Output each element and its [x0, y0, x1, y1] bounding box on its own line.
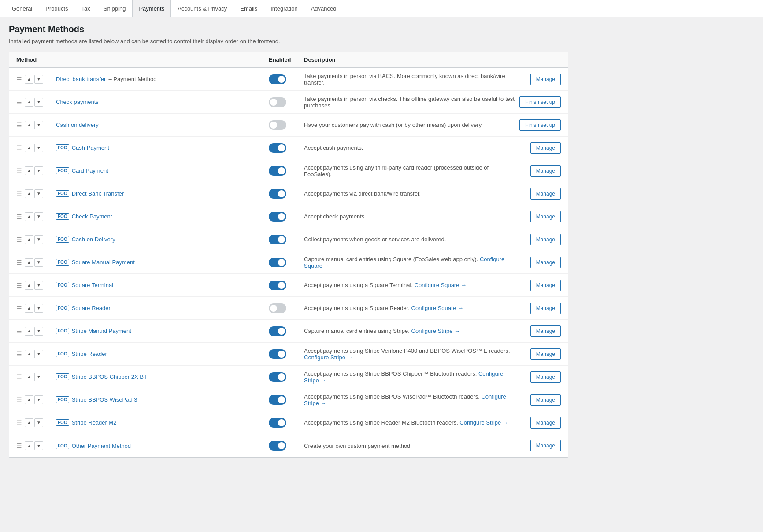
drag-handle[interactable]: ☰: [16, 122, 22, 129]
tab-tax[interactable]: Tax: [75, 0, 97, 17]
toggle-switch[interactable]: [269, 395, 286, 405]
tab-payments[interactable]: Payments: [132, 0, 171, 17]
manage-button[interactable]: Manage: [530, 74, 561, 85]
manage-button[interactable]: Manage: [530, 371, 561, 383]
arrow-down-button[interactable]: ▼: [34, 121, 43, 129]
config-link[interactable]: Configure Stripe →: [304, 354, 353, 361]
arrow-down-button[interactable]: ▼: [34, 189, 43, 198]
drag-handle[interactable]: ☰: [16, 305, 22, 312]
toggle-switch[interactable]: [269, 418, 286, 428]
config-link[interactable]: Configure Stripe →: [411, 328, 460, 334]
method-name-link[interactable]: Stripe BBPOS WisePad 3: [72, 396, 137, 403]
method-name-link[interactable]: Other Payment Method: [72, 443, 131, 449]
arrow-down-button[interactable]: ▼: [34, 350, 43, 358]
manage-button[interactable]: Manage: [530, 142, 561, 154]
arrow-up-button[interactable]: ▲: [25, 304, 33, 313]
drag-handle[interactable]: ☰: [16, 144, 22, 151]
tab-integration[interactable]: Integration: [264, 0, 304, 17]
drag-handle[interactable]: ☰: [16, 442, 22, 449]
arrow-up-button[interactable]: ▲: [25, 395, 33, 404]
toggle-switch[interactable]: [269, 189, 286, 199]
method-name-link[interactable]: Square Terminal: [72, 282, 113, 288]
config-link[interactable]: Configure Stripe →: [304, 370, 503, 384]
config-link[interactable]: Configure Square →: [415, 282, 467, 288]
manage-button[interactable]: Manage: [530, 211, 561, 222]
toggle-switch[interactable]: [269, 235, 286, 244]
config-link[interactable]: Configure Stripe →: [459, 419, 508, 426]
manage-button[interactable]: Manage: [530, 165, 561, 177]
method-name-link[interactable]: Square Manual Payment: [72, 259, 135, 266]
manage-button[interactable]: Manage: [530, 303, 561, 314]
method-name-link[interactable]: Cash on delivery: [56, 122, 99, 128]
arrow-down-button[interactable]: ▼: [34, 327, 43, 336]
arrow-down-button[interactable]: ▼: [34, 258, 43, 267]
arrow-down-button[interactable]: ▼: [34, 212, 43, 221]
drag-handle[interactable]: ☰: [16, 396, 22, 403]
arrow-down-button[interactable]: ▼: [34, 418, 43, 427]
method-name-link[interactable]: Stripe BBPOS Chipper 2X BT: [72, 373, 147, 380]
drag-handle[interactable]: ☰: [16, 213, 22, 220]
toggle-switch[interactable]: [269, 326, 286, 336]
finish-setup-button[interactable]: Finish set up: [519, 96, 561, 108]
arrow-down-button[interactable]: ▼: [34, 166, 43, 175]
method-name-link[interactable]: Stripe Reader M2: [72, 419, 117, 426]
method-name-link[interactable]: Stripe Manual Payment: [72, 328, 131, 334]
manage-button[interactable]: Manage: [530, 348, 561, 360]
config-link[interactable]: Configure Square →: [304, 256, 504, 269]
toggle-switch[interactable]: [269, 166, 286, 176]
method-name-link[interactable]: Check payments: [56, 99, 99, 105]
arrow-down-button[interactable]: ▼: [34, 304, 43, 313]
tab-advanced[interactable]: Advanced: [304, 0, 343, 17]
method-name-link[interactable]: Cash on Delivery: [72, 236, 115, 243]
toggle-switch[interactable]: [269, 74, 286, 84]
arrow-down-button[interactable]: ▼: [34, 144, 43, 152]
toggle-switch[interactable]: [269, 349, 286, 359]
drag-handle[interactable]: ☰: [16, 259, 22, 266]
arrow-up-button[interactable]: ▲: [25, 166, 33, 175]
tab-general[interactable]: General: [5, 0, 39, 17]
tab-products[interactable]: Products: [39, 0, 74, 17]
arrow-up-button[interactable]: ▲: [25, 350, 33, 358]
config-link[interactable]: Configure Square →: [411, 305, 464, 311]
toggle-switch[interactable]: [269, 303, 286, 313]
drag-handle[interactable]: ☰: [16, 282, 22, 289]
toggle-switch[interactable]: [269, 120, 286, 130]
arrow-up-button[interactable]: ▲: [25, 75, 33, 84]
drag-handle[interactable]: ☰: [16, 351, 22, 358]
arrow-up-button[interactable]: ▲: [25, 212, 33, 221]
arrow-up-button[interactable]: ▲: [25, 121, 33, 129]
tab-shipping[interactable]: Shipping: [97, 0, 133, 17]
manage-button[interactable]: Manage: [530, 325, 561, 337]
toggle-switch[interactable]: [269, 143, 286, 153]
arrow-up-button[interactable]: ▲: [25, 98, 33, 107]
arrow-down-button[interactable]: ▼: [34, 441, 43, 450]
drag-handle[interactable]: ☰: [16, 373, 22, 381]
drag-handle[interactable]: ☰: [16, 99, 22, 106]
toggle-switch[interactable]: [269, 441, 286, 451]
arrow-up-button[interactable]: ▲: [25, 144, 33, 152]
method-name-link[interactable]: Cash Payment: [72, 144, 109, 151]
method-name-link[interactable]: Direct Bank Transfer: [72, 190, 124, 197]
method-name-link[interactable]: Stripe Reader: [72, 351, 107, 357]
drag-handle[interactable]: ☰: [16, 167, 22, 174]
drag-handle[interactable]: ☰: [16, 236, 22, 243]
arrow-down-button[interactable]: ▼: [34, 395, 43, 404]
manage-button[interactable]: Manage: [530, 394, 561, 406]
toggle-switch[interactable]: [269, 212, 286, 222]
method-name-link[interactable]: Square Reader: [72, 305, 111, 311]
arrow-down-button[interactable]: ▼: [34, 281, 43, 290]
arrow-up-button[interactable]: ▲: [25, 258, 33, 267]
manage-button[interactable]: Manage: [530, 188, 561, 200]
manage-button[interactable]: Manage: [530, 440, 561, 451]
arrow-down-button[interactable]: ▼: [34, 235, 43, 244]
arrow-up-button[interactable]: ▲: [25, 418, 33, 427]
manage-button[interactable]: Manage: [530, 280, 561, 291]
arrow-up-button[interactable]: ▲: [25, 373, 33, 381]
arrow-down-button[interactable]: ▼: [34, 98, 43, 107]
tab-emails[interactable]: Emails: [233, 0, 264, 17]
drag-handle[interactable]: ☰: [16, 76, 22, 83]
toggle-switch[interactable]: [269, 281, 286, 290]
drag-handle[interactable]: ☰: [16, 328, 22, 335]
arrow-down-button[interactable]: ▼: [34, 373, 43, 381]
arrow-up-button[interactable]: ▲: [25, 189, 33, 198]
